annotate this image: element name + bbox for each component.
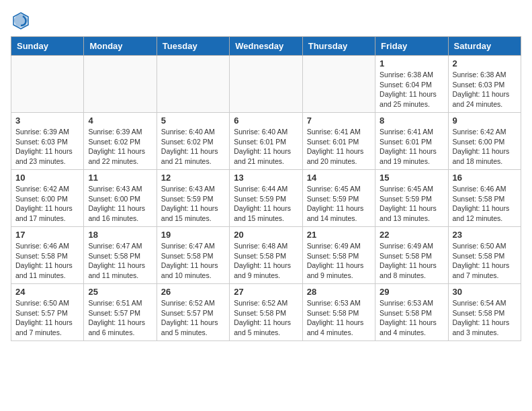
calendar-cell: 16Sunrise: 6:46 AMSunset: 5:58 PMDayligh… xyxy=(448,170,521,227)
day-number: 23 xyxy=(453,230,517,240)
calendar-cell: 2Sunrise: 6:38 AMSunset: 6:03 PMDaylight… xyxy=(448,56,521,113)
day-number: 4 xyxy=(88,116,152,126)
calendar-cell xyxy=(11,56,84,113)
calendar-cell: 9Sunrise: 6:42 AMSunset: 6:00 PMDaylight… xyxy=(448,113,521,170)
logo-icon xyxy=(11,11,31,31)
day-info: Sunrise: 6:43 AMSunset: 5:59 PMDaylight:… xyxy=(161,184,225,224)
day-info: Sunrise: 6:49 AMSunset: 5:58 PMDaylight:… xyxy=(307,241,371,281)
day-info: Sunrise: 6:51 AMSunset: 5:57 PMDaylight:… xyxy=(88,298,152,338)
day-info: Sunrise: 6:42 AMSunset: 6:00 PMDaylight:… xyxy=(453,127,517,167)
day-info: Sunrise: 6:53 AMSunset: 5:58 PMDaylight:… xyxy=(307,298,371,338)
calendar-cell: 1Sunrise: 6:38 AMSunset: 6:04 PMDaylight… xyxy=(375,56,448,113)
day-number: 12 xyxy=(161,173,225,183)
calendar-cell: 5Sunrise: 6:40 AMSunset: 6:02 PMDaylight… xyxy=(157,113,229,170)
header-saturday: Saturday xyxy=(448,37,521,56)
day-info: Sunrise: 6:43 AMSunset: 6:00 PMDaylight:… xyxy=(88,184,152,224)
calendar-cell: 13Sunrise: 6:44 AMSunset: 5:59 PMDayligh… xyxy=(230,170,302,227)
header xyxy=(11,11,521,31)
day-info: Sunrise: 6:50 AMSunset: 5:57 PMDaylight:… xyxy=(15,298,79,338)
week-row-1: 1Sunrise: 6:38 AMSunset: 6:04 PMDaylight… xyxy=(11,56,521,113)
calendar-cell: 11Sunrise: 6:43 AMSunset: 6:00 PMDayligh… xyxy=(84,170,157,227)
day-number: 27 xyxy=(234,287,298,297)
day-info: Sunrise: 6:42 AMSunset: 6:00 PMDaylight:… xyxy=(15,184,79,224)
calendar-cell: 26Sunrise: 6:52 AMSunset: 5:57 PMDayligh… xyxy=(157,284,229,341)
calendar-cell: 29Sunrise: 6:53 AMSunset: 5:58 PMDayligh… xyxy=(375,284,448,341)
calendar-cell: 25Sunrise: 6:51 AMSunset: 5:57 PMDayligh… xyxy=(84,284,157,341)
day-info: Sunrise: 6:48 AMSunset: 5:58 PMDaylight:… xyxy=(234,241,298,281)
calendar-cell: 27Sunrise: 6:52 AMSunset: 5:58 PMDayligh… xyxy=(230,284,302,341)
calendar-cell: 7Sunrise: 6:41 AMSunset: 6:01 PMDaylight… xyxy=(302,113,375,170)
day-info: Sunrise: 6:49 AMSunset: 5:58 PMDaylight:… xyxy=(380,241,443,281)
day-number: 2 xyxy=(453,58,517,68)
day-number: 18 xyxy=(88,230,152,240)
week-row-4: 17Sunrise: 6:46 AMSunset: 5:58 PMDayligh… xyxy=(11,227,521,284)
calendar-cell xyxy=(230,56,302,113)
day-info: Sunrise: 6:38 AMSunset: 6:04 PMDaylight:… xyxy=(380,70,443,109)
calendar-cell: 18Sunrise: 6:47 AMSunset: 5:58 PMDayligh… xyxy=(84,227,157,284)
day-info: Sunrise: 6:40 AMSunset: 6:01 PMDaylight:… xyxy=(234,127,298,167)
day-number: 9 xyxy=(453,116,517,126)
calendar-cell: 8Sunrise: 6:41 AMSunset: 6:01 PMDaylight… xyxy=(375,113,448,170)
calendar-cell: 15Sunrise: 6:45 AMSunset: 5:59 PMDayligh… xyxy=(375,170,448,227)
day-info: Sunrise: 6:54 AMSunset: 5:58 PMDaylight:… xyxy=(453,298,517,338)
calendar-cell: 21Sunrise: 6:49 AMSunset: 5:58 PMDayligh… xyxy=(302,227,375,284)
day-number: 25 xyxy=(88,287,152,297)
logo xyxy=(11,11,34,31)
calendar-cell: 10Sunrise: 6:42 AMSunset: 6:00 PMDayligh… xyxy=(11,170,84,227)
day-info: Sunrise: 6:44 AMSunset: 5:59 PMDaylight:… xyxy=(234,184,298,224)
week-row-3: 10Sunrise: 6:42 AMSunset: 6:00 PMDayligh… xyxy=(11,170,521,227)
calendar-cell: 17Sunrise: 6:46 AMSunset: 5:58 PMDayligh… xyxy=(11,227,84,284)
header-monday: Monday xyxy=(84,37,157,56)
day-info: Sunrise: 6:46 AMSunset: 5:58 PMDaylight:… xyxy=(453,184,517,224)
day-number: 16 xyxy=(453,173,517,183)
day-number: 22 xyxy=(380,230,443,240)
calendar-cell: 22Sunrise: 6:49 AMSunset: 5:58 PMDayligh… xyxy=(375,227,448,284)
calendar-cell: 6Sunrise: 6:40 AMSunset: 6:01 PMDaylight… xyxy=(230,113,302,170)
day-number: 8 xyxy=(380,116,443,126)
calendar-cell: 20Sunrise: 6:48 AMSunset: 5:58 PMDayligh… xyxy=(230,227,302,284)
header-sunday: Sunday xyxy=(11,37,84,56)
calendar: SundayMondayTuesdayWednesdayThursdayFrid… xyxy=(11,36,521,341)
header-wednesday: Wednesday xyxy=(230,37,302,56)
day-info: Sunrise: 6:38 AMSunset: 6:03 PMDaylight:… xyxy=(453,70,517,109)
calendar-header-row: SundayMondayTuesdayWednesdayThursdayFrid… xyxy=(11,37,521,56)
day-number: 6 xyxy=(234,116,298,126)
calendar-cell: 23Sunrise: 6:50 AMSunset: 5:58 PMDayligh… xyxy=(448,227,521,284)
day-number: 24 xyxy=(15,287,79,297)
day-number: 5 xyxy=(161,116,225,126)
day-number: 17 xyxy=(15,230,79,240)
calendar-cell: 14Sunrise: 6:45 AMSunset: 5:59 PMDayligh… xyxy=(302,170,375,227)
day-info: Sunrise: 6:39 AMSunset: 6:03 PMDaylight:… xyxy=(15,127,79,167)
day-number: 21 xyxy=(307,230,371,240)
calendar-cell: 4Sunrise: 6:39 AMSunset: 6:02 PMDaylight… xyxy=(84,113,157,170)
week-row-2: 3Sunrise: 6:39 AMSunset: 6:03 PMDaylight… xyxy=(11,113,521,170)
day-number: 29 xyxy=(380,287,443,297)
day-info: Sunrise: 6:47 AMSunset: 5:58 PMDaylight:… xyxy=(88,241,152,281)
calendar-cell: 28Sunrise: 6:53 AMSunset: 5:58 PMDayligh… xyxy=(302,284,375,341)
day-number: 28 xyxy=(307,287,371,297)
calendar-cell xyxy=(157,56,229,113)
day-info: Sunrise: 6:52 AMSunset: 5:58 PMDaylight:… xyxy=(234,298,298,338)
day-number: 20 xyxy=(234,230,298,240)
day-number: 11 xyxy=(88,173,152,183)
day-number: 15 xyxy=(380,173,443,183)
day-info: Sunrise: 6:52 AMSunset: 5:57 PMDaylight:… xyxy=(161,298,225,338)
day-number: 19 xyxy=(161,230,225,240)
day-number: 1 xyxy=(380,58,443,68)
day-info: Sunrise: 6:47 AMSunset: 5:58 PMDaylight:… xyxy=(161,241,225,281)
day-info: Sunrise: 6:41 AMSunset: 6:01 PMDaylight:… xyxy=(380,127,443,167)
day-info: Sunrise: 6:39 AMSunset: 6:02 PMDaylight:… xyxy=(88,127,152,167)
header-thursday: Thursday xyxy=(302,37,375,56)
day-info: Sunrise: 6:53 AMSunset: 5:58 PMDaylight:… xyxy=(380,298,443,338)
header-tuesday: Tuesday xyxy=(157,37,229,56)
day-number: 14 xyxy=(307,173,371,183)
day-number: 30 xyxy=(453,287,517,297)
day-number: 3 xyxy=(15,116,79,126)
day-info: Sunrise: 6:45 AMSunset: 5:59 PMDaylight:… xyxy=(380,184,443,224)
week-row-5: 24Sunrise: 6:50 AMSunset: 5:57 PMDayligh… xyxy=(11,284,521,341)
day-number: 13 xyxy=(234,173,298,183)
calendar-cell: 3Sunrise: 6:39 AMSunset: 6:03 PMDaylight… xyxy=(11,113,84,170)
day-info: Sunrise: 6:40 AMSunset: 6:02 PMDaylight:… xyxy=(161,127,225,167)
header-friday: Friday xyxy=(375,37,448,56)
day-number: 10 xyxy=(15,173,79,183)
